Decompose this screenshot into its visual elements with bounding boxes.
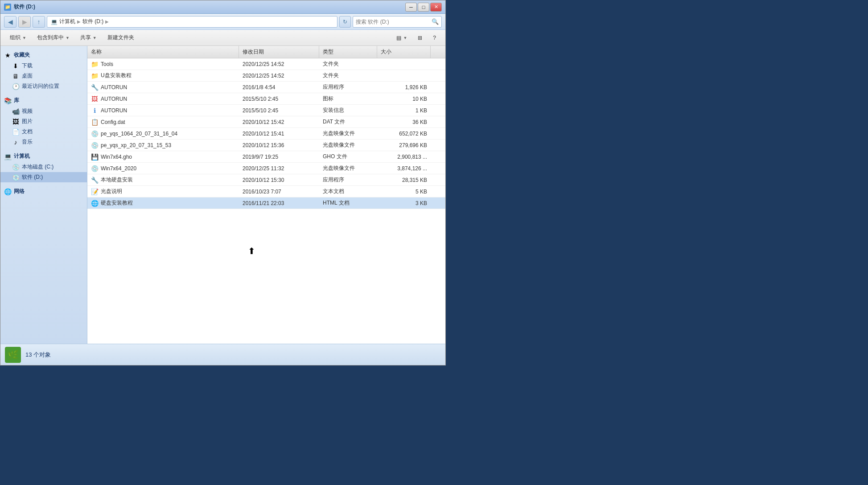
file-type-cell: 文件夹: [319, 72, 377, 79]
file-name: AUTORUN: [101, 107, 127, 114]
file-size-cell: 28,315 KB: [377, 177, 431, 183]
nav-bar: ◀ ▶ ↑ 💻 计算机 ▶ 软件 (D:) ▶ ↻ 🔍: [0, 14, 445, 30]
file-date-cell: 2020/10/12 15:42: [239, 119, 319, 125]
sidebar-item-downloads[interactable]: ⬇ 下载: [0, 61, 87, 71]
status-bar: 🌿 13 个对象: [0, 344, 445, 365]
file-date-cell: 2020/10/12 15:41: [239, 131, 319, 137]
file-type-icon: 💿: [91, 165, 98, 172]
view-button[interactable]: ▤ ▼: [391, 32, 412, 44]
file-size-cell: 2,900,813 ...: [377, 154, 431, 160]
new-folder-label: 新建文件夹: [107, 34, 134, 41]
view-mode-button[interactable]: ⊞: [413, 32, 427, 44]
library-icon: 📚: [4, 97, 11, 104]
search-input[interactable]: [356, 19, 430, 25]
pictures-label: 图片: [22, 118, 33, 125]
sidebar-section-computer: 💻 计算机 💿 本地磁盘 (C:) 💿 软件 (D:): [0, 151, 87, 182]
file-type-cell: 图标: [319, 95, 377, 103]
file-size-cell: 652,072 KB: [377, 131, 431, 137]
refresh-button[interactable]: ↻: [339, 16, 351, 28]
sidebar-item-drive-d[interactable]: 💿 软件 (D:): [0, 172, 87, 182]
maximize-button[interactable]: □: [418, 3, 429, 12]
sidebar-item-music[interactable]: ♪ 音乐: [0, 137, 87, 147]
sidebar-item-recent[interactable]: 🕐 最近访问的位置: [0, 81, 87, 91]
file-size-cell: 1 KB: [377, 107, 431, 114]
table-row[interactable]: 📋 Config.dat 2020/10/12 15:42 DAT 文件 36 …: [87, 116, 445, 128]
drive-c-icon: 💿: [12, 164, 19, 171]
file-type-icon: ℹ: [91, 107, 98, 114]
file-size-cell: 5 KB: [377, 189, 431, 195]
share-button[interactable]: 共享 ▼: [75, 32, 102, 44]
title-bar-controls: ─ □ ✕: [405, 3, 442, 12]
col-date-header[interactable]: 修改日期: [239, 46, 319, 58]
file-name-cell: 💿 Win7x64_2020: [87, 165, 239, 172]
table-row[interactable]: 🖼 AUTORUN 2015/5/10 2:45 图标 10 KB: [87, 93, 445, 105]
file-name: 本地硬盘安装: [101, 176, 133, 184]
back-button[interactable]: ◀: [4, 16, 16, 28]
table-row[interactable]: 💾 Win7x64.gho 2019/9/7 19:25 GHO 文件 2,90…: [87, 151, 445, 163]
up-button[interactable]: ↑: [33, 16, 45, 28]
table-row[interactable]: ℹ AUTORUN 2015/5/10 2:45 安装信息 1 KB: [87, 105, 445, 116]
sidebar-item-documents[interactable]: 📄 文档: [0, 127, 87, 137]
minimize-button[interactable]: ─: [405, 3, 417, 12]
table-row[interactable]: 📝 光盘说明 2016/10/23 7:07 文本文档 5 KB: [87, 186, 445, 197]
table-row[interactable]: 💿 Win7x64_2020 2020/12/25 11:32 光盘映像文件 3…: [87, 163, 445, 174]
file-type-icon: 🌐: [91, 200, 98, 207]
table-row[interactable]: 💿 pe_yqs_xp_20_07_31_15_53 2020/10/12 15…: [87, 140, 445, 151]
file-type-icon: 💿: [91, 130, 98, 137]
close-button[interactable]: ✕: [430, 3, 442, 12]
sidebar-computer-header[interactable]: 💻 计算机: [0, 151, 87, 162]
file-name-cell: 💾 Win7x64.gho: [87, 153, 239, 160]
file-type-icon: 📁: [91, 72, 98, 79]
table-row[interactable]: 🌐 硬盘安装教程 2016/11/21 22:03 HTML 文档 3 KB: [87, 197, 445, 209]
title-bar: 📁 软件 (D:) ─ □ ✕: [0, 0, 445, 14]
sidebar-network-header[interactable]: 🌐 网络: [0, 186, 87, 197]
col-size-header[interactable]: 大小: [377, 46, 431, 58]
help-icon: ?: [433, 35, 436, 41]
breadcrumb-sep-2: ▶: [105, 19, 109, 24]
video-label: 视频: [22, 107, 33, 115]
organize-button[interactable]: 组织 ▼: [5, 32, 31, 44]
file-name-cell: 📁 Tools: [87, 61, 239, 68]
file-date-cell: 2020/12/25 14:52: [239, 61, 319, 67]
sidebar-library-header[interactable]: 📚 库: [0, 95, 87, 106]
file-type-cell: 应用程序: [319, 83, 377, 91]
file-date-cell: 2020/10/12 15:36: [239, 142, 319, 148]
file-size-cell: 1,926 KB: [377, 84, 431, 90]
table-row[interactable]: 📁 Tools 2020/12/25 14:52 文件夹: [87, 58, 445, 70]
table-row[interactable]: 💿 pe_yqs_1064_20_07_31_16_04 2020/10/12 …: [87, 128, 445, 140]
sidebar-item-drive-c[interactable]: 💿 本地磁盘 (C:): [0, 162, 87, 172]
file-date-cell: 2020/12/25 14:52: [239, 73, 319, 79]
sidebar-item-pictures[interactable]: 🖼 图片: [0, 116, 87, 127]
table-row[interactable]: 📁 U盘安装教程 2020/12/25 14:52 文件夹: [87, 70, 445, 82]
view-icon: ▤: [396, 35, 401, 41]
sidebar-favorites-header[interactable]: ★ 收藏夹: [0, 49, 87, 61]
file-name-cell: 💿 pe_yqs_xp_20_07_31_15_53: [87, 142, 239, 149]
file-type-cell: HTML 文档: [319, 199, 377, 207]
search-bar[interactable]: 🔍: [353, 16, 442, 28]
breadcrumb-drive[interactable]: 软件 (D:): [82, 18, 103, 25]
forward-button[interactable]: ▶: [18, 16, 31, 28]
sidebar-item-video[interactable]: 📹 视频: [0, 106, 87, 116]
help-button[interactable]: ?: [428, 32, 441, 44]
table-row[interactable]: 🔧 本地硬盘安装 2020/10/12 15:30 应用程序 28,315 KB: [87, 174, 445, 186]
breadcrumb-computer[interactable]: 计算机: [59, 18, 75, 25]
search-icon[interactable]: 🔍: [432, 18, 439, 25]
sidebar-section-favorites: ★ 收藏夹 ⬇ 下载 🖥 桌面 🕐 最近访问的位置: [0, 49, 87, 91]
file-name: Config.dat: [101, 119, 125, 125]
file-type-cell: 文件夹: [319, 60, 377, 68]
file-name: U盘安装教程: [101, 72, 132, 79]
col-type-header[interactable]: 类型: [319, 46, 377, 58]
file-name: 硬盘安装教程: [101, 199, 133, 207]
pictures-icon: 🖼: [12, 118, 19, 125]
col-name-header[interactable]: 名称: [87, 46, 239, 58]
new-folder-button[interactable]: 新建文件夹: [103, 32, 139, 44]
archive-button[interactable]: 包含到库中 ▼: [32, 32, 74, 44]
file-date-cell: 2016/11/21 22:03: [239, 200, 319, 206]
table-row[interactable]: 🔧 AUTORUN 2016/1/8 4:54 应用程序 1,926 KB: [87, 82, 445, 93]
sidebar-item-desktop[interactable]: 🖥 桌面: [0, 71, 87, 81]
file-type-icon: 🔧: [91, 177, 98, 184]
recent-icon: 🕐: [12, 83, 19, 90]
file-type-cell: 安装信息: [319, 107, 377, 114]
breadcrumb[interactable]: 💻 计算机 ▶ 软件 (D:) ▶: [47, 16, 337, 28]
file-type-icon: 📝: [91, 188, 98, 195]
